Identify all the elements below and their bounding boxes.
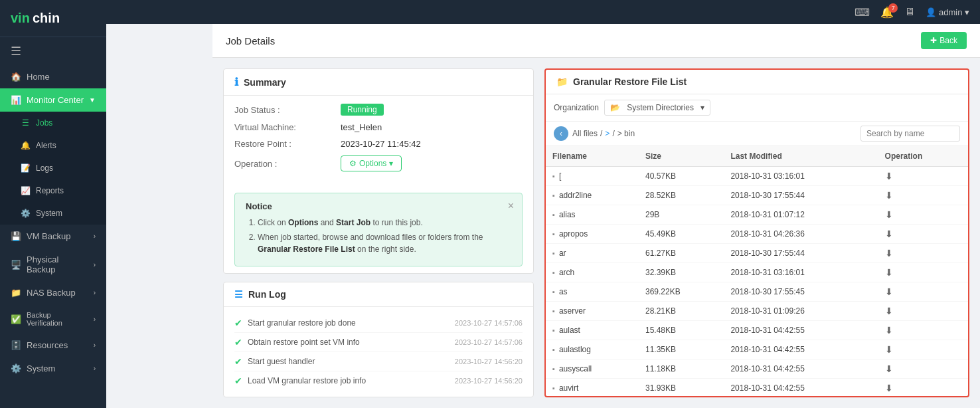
download-button[interactable]: ⬇ <box>885 209 893 220</box>
notice-item-1: Click on Options and Start Job to run th… <box>258 217 511 229</box>
right-panel: 📁 Granular Restore File List Organizatio… <box>544 68 969 397</box>
file-icon: ▪ <box>552 365 555 373</box>
file-operation-cell[interactable]: ⬇ <box>878 340 968 359</box>
download-button[interactable]: ⬇ <box>885 306 893 316</box>
logs-icon: 📝 <box>20 163 31 173</box>
table-row: ▪[ 40.57KB 2018-10-31 03:16:01 ⬇ <box>546 167 968 186</box>
file-icon: ▪ <box>552 172 555 180</box>
file-table-header: Filename Size Last Modified Operation <box>546 146 968 167</box>
log-text: ✔ Load VM granular restore job info <box>234 375 366 386</box>
breadcrumb-bin: > bin <box>617 129 635 138</box>
alerts-icon: 🔔 <box>20 141 31 150</box>
file-modified-cell: 2018-10-30 17:55:44 <box>724 244 878 263</box>
check-icon: ✔ <box>234 318 242 328</box>
sidebar-item-backup-verification[interactable]: ✅ Backup Verification › <box>0 304 106 334</box>
system-sub-icon: ⚙️ <box>20 209 31 218</box>
download-button[interactable]: ⬇ <box>885 286 893 297</box>
breadcrumb-all-files[interactable]: All files <box>572 129 598 138</box>
dropdown-arrow-icon: ▾ <box>389 159 393 168</box>
file-name-cell: ▪auvirt <box>546 379 639 397</box>
download-button[interactable]: ⬇ <box>885 190 893 201</box>
back-arrow-icon: ✚ <box>930 36 937 45</box>
sidebar-item-nasbackup[interactable]: 📁 NAS Backup › <box>0 281 106 304</box>
content-area: ℹ Summary Job Status : Running Virtual M… <box>212 58 980 408</box>
notice-title: Notice <box>246 201 511 211</box>
download-button[interactable]: ⬇ <box>885 383 893 393</box>
summary-header: ℹ Summary <box>224 69 533 96</box>
sidebar-item-vmbackup[interactable]: 💾 VM Backup › <box>0 225 106 248</box>
verification-icon: ✅ <box>11 314 21 324</box>
breadcrumb: ‹ All files / > / > bin <box>546 122 968 146</box>
gear-icon: ⚙ <box>349 159 357 168</box>
chevron-right-icon4: › <box>94 316 96 323</box>
breadcrumb-back-button[interactable]: ‹ <box>554 126 568 141</box>
sidebar-item-alerts[interactable]: 🔔 Alerts <box>0 134 106 157</box>
sidebar-item-system-sub[interactable]: ⚙️ System <box>0 202 106 225</box>
download-button[interactable]: ⬇ <box>885 267 893 278</box>
col-filename: Filename <box>546 146 639 167</box>
info-icon: ℹ <box>234 76 238 88</box>
log-time: 2023-10-27 14:57:06 <box>455 338 523 346</box>
breadcrumb-root[interactable]: > <box>605 129 610 138</box>
sidebar-item-logs[interactable]: 📝 Logs <box>0 157 106 179</box>
col-size: Size <box>639 146 724 167</box>
options-button[interactable]: ⚙ Options ▾ <box>341 155 402 171</box>
file-name-cell: ▪aulastlog <box>546 340 639 359</box>
status-badge: Running <box>341 104 384 116</box>
download-button[interactable]: ⬇ <box>885 325 893 336</box>
file-operation-cell[interactable]: ⬇ <box>878 282 968 302</box>
notice-box: Notice × Click on Options and Start Job … <box>234 193 523 266</box>
file-modified-cell: 2018-10-31 04:42:55 <box>724 359 878 379</box>
file-modified-cell: 2018-10-31 03:16:01 <box>724 167 878 186</box>
sidebar-item-monitor[interactable]: 📊 Monitor Center ▼ <box>0 88 106 112</box>
breadcrumb-links: All files / > / > bin <box>572 129 635 138</box>
file-operation-cell[interactable]: ⬇ <box>878 167 968 186</box>
jobs-icon: ☰ <box>20 118 31 128</box>
download-button[interactable]: ⬇ <box>885 344 893 355</box>
download-button[interactable]: ⬇ <box>885 363 893 374</box>
file-icon: ▪ <box>552 384 555 392</box>
physicalbackup-icon: 🖥️ <box>11 260 21 270</box>
sidebar-item-resources[interactable]: 🗄️ Resources › <box>0 334 106 357</box>
chevron-right-icon: › <box>94 233 96 240</box>
file-name-cell: ▪addr2line <box>546 186 639 205</box>
sidebar-submenu: ☰ Jobs 🔔 Alerts 📝 Logs 📈 Reports ⚙️ Syst… <box>0 112 106 225</box>
table-row: ▪ar 61.27KB 2018-10-30 17:55:44 ⬇ <box>546 244 968 263</box>
file-operation-cell[interactable]: ⬇ <box>878 205 968 225</box>
sidebar-item-physicalbackup[interactable]: 🖥️ Physical Backup › <box>0 248 106 281</box>
file-icon: ▪ <box>552 211 555 219</box>
home-icon: 🏠 <box>11 72 21 82</box>
download-button[interactable]: ⬇ <box>885 171 893 181</box>
file-operation-cell[interactable]: ⬇ <box>878 379 968 397</box>
sidebar-item-system[interactable]: ⚙️ System › <box>0 357 106 380</box>
table-row: ▪arch 32.39KB 2018-10-31 03:16:01 ⬇ <box>546 263 968 282</box>
notice-close-button[interactable]: × <box>508 200 514 212</box>
reports-icon: 📈 <box>20 186 31 195</box>
file-size-cell: 369.22KB <box>639 282 724 302</box>
search-input[interactable] <box>860 126 960 142</box>
file-modified-cell: 2018-10-31 04:42:55 <box>724 321 878 340</box>
file-name-cell: ▪aulast <box>546 321 639 340</box>
org-dropdown[interactable]: 📂 System Directories ▾ <box>604 100 710 116</box>
file-operation-cell[interactable]: ⬇ <box>878 225 968 244</box>
system-icon: ⚙️ <box>11 363 21 373</box>
breadcrumb-sep: / <box>600 129 602 138</box>
file-modified-cell: 2018-10-30 17:55:44 <box>724 186 878 205</box>
sidebar-item-home[interactable]: 🏠 Home <box>0 65 106 88</box>
file-operation-cell[interactable]: ⬇ <box>878 263 968 282</box>
menu-toggle[interactable]: ☰ <box>0 37 106 65</box>
download-button[interactable]: ⬇ <box>885 229 893 239</box>
sidebar-item-reports[interactable]: 📈 Reports <box>0 179 106 202</box>
sidebar-item-jobs[interactable]: ☰ Jobs <box>0 112 106 134</box>
download-button[interactable]: ⬇ <box>885 248 893 258</box>
file-operation-cell[interactable]: ⬇ <box>878 186 968 205</box>
file-operation-cell[interactable]: ⬇ <box>878 302 968 321</box>
back-button[interactable]: ✚ Back <box>921 32 967 49</box>
file-operation-cell[interactable]: ⬇ <box>878 244 968 263</box>
file-modified-cell: 2018-10-31 01:09:26 <box>724 302 878 321</box>
file-operation-cell[interactable]: ⬇ <box>878 321 968 340</box>
log-text: ✔ Obtain restore point set VM info <box>234 337 360 348</box>
file-operation-cell[interactable]: ⬇ <box>878 359 968 379</box>
file-size-cell: 11.35KB <box>639 340 724 359</box>
table-row: ▪apropos 45.49KB 2018-10-31 04:26:36 ⬇ <box>546 225 968 244</box>
